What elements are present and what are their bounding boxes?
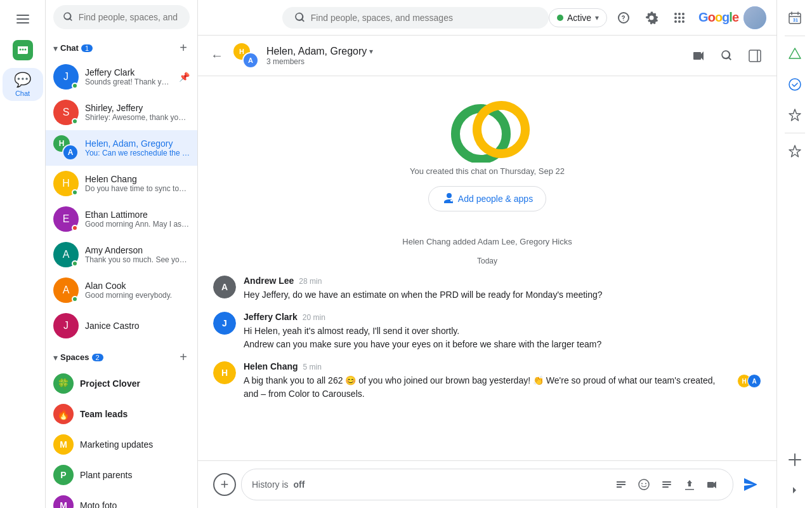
sender-name: Andrew Lee: [244, 276, 294, 286]
apps-button[interactable]: [668, 6, 691, 29]
message-text-2: Andrew can you make sure you have your e…: [244, 338, 761, 351]
message-header: Helen Chang 5 min: [244, 361, 761, 371]
chat-item-amy-anderson[interactable]: A Amy Anderson Thank you so much. See yo…: [46, 237, 197, 272]
apps-icon: [672, 11, 686, 25]
svg-point-5: [22, 49, 23, 51]
space-item-moto-foto[interactable]: M Moto foto: [46, 490, 197, 508]
expand-panel-button[interactable]: [782, 478, 808, 503]
global-search-input[interactable]: [311, 13, 536, 23]
sidebar-content: ▾ Chat 1 + J Jeffery Clark Sounds great!: [46, 34, 197, 508]
chat-preview: Do you have time to sync tomorrow mori..…: [85, 184, 190, 193]
chat-rings: [449, 99, 525, 156]
add-app-button[interactable]: [782, 447, 808, 472]
svg-point-21: [641, 483, 643, 485]
sidebar-item-chat[interactable]: 💬 Chat: [3, 68, 43, 101]
message-text-1: Hi Helen, yeah it's almost ready, I'll s…: [244, 324, 761, 338]
chat-item-janice-castro[interactable]: J Janice Castro: [46, 308, 197, 344]
add-people-button[interactable]: Add people & apps: [428, 186, 546, 211]
new-chat-button[interactable]: +: [177, 39, 190, 57]
message-header: Jeffery Clark 20 min: [244, 312, 761, 322]
message-text: Hey Jeffery, do we have an estimate on w…: [244, 288, 761, 302]
chat-info: Helen, Adam, Gregory You: Can we resched…: [85, 138, 190, 157]
tasks-icon: [788, 77, 802, 91]
message-input-area: + History is off: [198, 460, 776, 508]
help-button[interactable]: [612, 6, 635, 29]
online-status-dot: [72, 296, 78, 302]
hamburger-menu-button[interactable]: [9, 5, 37, 35]
message-group-andrew: A Andrew Lee 28 min Hey Jeffery, do we h…: [213, 276, 761, 302]
svg-rect-1: [16, 18, 29, 20]
emoji-button[interactable]: [634, 474, 654, 495]
settings-button[interactable]: [640, 6, 663, 29]
history-indicator: History is off: [252, 479, 304, 490]
divider: [785, 133, 805, 133]
tasks-button[interactable]: [782, 72, 808, 97]
video-call-button[interactable]: [688, 44, 710, 67]
upload-button[interactable]: [679, 474, 700, 495]
chat-info: Jeffery Clark Sounds great! Thank you so…: [85, 67, 173, 86]
video-message-button[interactable]: [702, 474, 723, 495]
search-bar[interactable]: [53, 5, 190, 29]
google-logo: Google: [698, 10, 738, 25]
add-icon: [788, 453, 802, 467]
svg-text:31: 31: [793, 18, 798, 22]
send-button[interactable]: [738, 473, 761, 496]
global-search-bar[interactable]: [282, 7, 549, 29]
online-status-dot: [72, 83, 78, 89]
star-button[interactable]: [782, 138, 808, 164]
chat-header-title: Helen, Adam, Gregory ▾ 3 members: [266, 46, 680, 66]
search-input[interactable]: [79, 12, 180, 22]
add-attachment-button[interactable]: +: [213, 473, 236, 496]
toggle-sidebar-button[interactable]: [743, 44, 766, 67]
chat-search-button[interactable]: [716, 44, 738, 67]
chat-name: Janice Castro: [85, 321, 190, 331]
more-options-button[interactable]: [657, 474, 677, 495]
chat-item-helen-chang[interactable]: H Helen Chang Do you have time to sync t…: [46, 166, 197, 201]
chat-item-alan-cook[interactable]: A Alan Cook Good morning everybody.: [46, 272, 197, 308]
message-group-jeffery: J Jeffery Clark 20 min Hi Helen, yeah it…: [213, 312, 761, 351]
space-item-project-clover[interactable]: 🍀 Project Clover: [46, 368, 197, 399]
add-people-label: Add people & apps: [458, 194, 533, 204]
chat-item-jeffery-clark[interactable]: J Jeffery Clark Sounds great! Thank you …: [46, 59, 197, 95]
chat-section-header[interactable]: ▾ Chat 1 +: [46, 34, 197, 59]
space-name: Team leads: [80, 409, 128, 419]
left-navigation-rail: 💬 Chat: [0, 0, 46, 508]
avatar-wrap: E: [53, 206, 79, 232]
chat-item-shirley-jeffery[interactable]: S Shirley, Jeffery Shirley: Awesome, tha…: [46, 95, 197, 130]
chat-item-ethan-lattimore[interactable]: E Ethan Lattimore Good morning Ann. May …: [46, 201, 197, 237]
user-avatar-button[interactable]: [743, 6, 766, 29]
chat-name: Shirley, Jeffery: [85, 103, 190, 113]
drive-button[interactable]: [782, 41, 808, 67]
chat-created-graphic: [213, 99, 761, 156]
video-icon: [692, 49, 706, 63]
status-dropdown[interactable]: Active ▾: [549, 8, 607, 27]
spaces-section-header[interactable]: ▾ Spaces 2 +: [46, 344, 197, 368]
helen-avatar: H: [213, 361, 236, 384]
format-text-button[interactable]: [611, 474, 631, 495]
group-name-chevron: ▾: [369, 47, 373, 56]
message-input-container[interactable]: History is off: [241, 469, 733, 500]
avatar-wrap: J: [53, 313, 79, 338]
back-button[interactable]: ←: [208, 46, 226, 65]
search-in-chat-icon: [720, 49, 734, 63]
right-side-panel: 31: [776, 0, 812, 508]
space-item-plant-parents[interactable]: P Plant parents: [46, 460, 197, 490]
svg-point-12: [682, 17, 684, 19]
svg-point-20: [639, 479, 649, 490]
new-space-button[interactable]: +: [177, 349, 190, 366]
chat-group-name[interactable]: Helen, Adam, Gregory ▾: [266, 46, 680, 57]
avatar-wrap: A: [53, 277, 79, 303]
space-icon: P: [53, 465, 74, 485]
keep-button[interactable]: [782, 102, 808, 128]
space-item-marketing-updates[interactable]: M Marketing updates: [46, 429, 197, 460]
chat-info: Janice Castro: [85, 321, 190, 331]
space-item-team-leads[interactable]: 🔥 Team leads: [46, 399, 197, 429]
chat-item-helen-adam-gregory[interactable]: H A Helen, Adam, Gregory You: Can we res…: [46, 130, 197, 166]
svg-marker-31: [789, 48, 801, 58]
svg-rect-2: [16, 22, 29, 23]
chat-info: Shirley, Jeffery Shirley: Awesome, thank…: [85, 103, 190, 122]
online-status-dot: [72, 260, 78, 267]
star-icon: [788, 144, 802, 158]
spaces-unread-badge: 2: [92, 354, 103, 361]
calendar-button[interactable]: 31: [782, 5, 808, 30]
